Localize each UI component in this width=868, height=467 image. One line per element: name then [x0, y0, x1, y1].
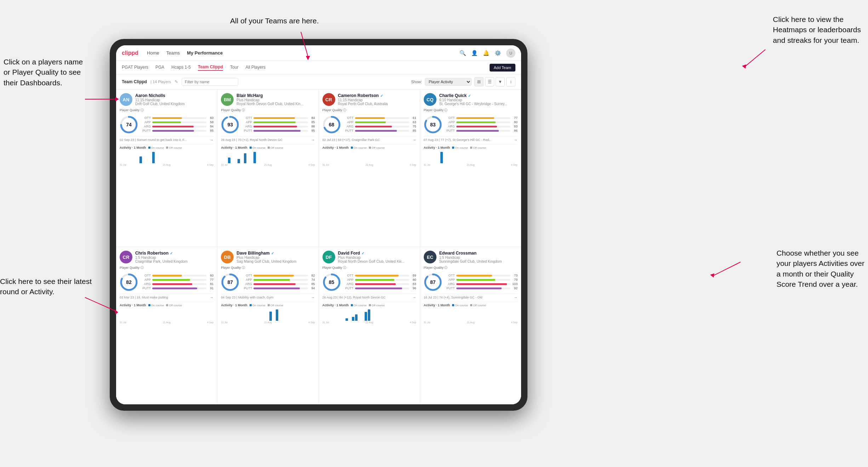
profile-icon[interactable]: 👤 [471, 50, 478, 56]
tab-tour[interactable]: Tour [230, 65, 238, 70]
mini-chart [424, 150, 518, 163]
player-name[interactable]: David Ford ✓ [338, 251, 416, 256]
player-name[interactable]: Charlie Quick ✓ [439, 93, 518, 98]
player-card[interactable]: EC Edward Crossman 1:5 Handicap Sunningd… [420, 247, 521, 404]
quality-section[interactable]: 93 OTT 84 APP 85 ARG [221, 115, 315, 134]
player-name[interactable]: Cameron Robertson ✓ [338, 93, 416, 98]
player-card[interactable]: DF David Ford ✓ Plus Handicap Royal Nort… [319, 247, 420, 404]
nav-teams[interactable]: Teams [166, 50, 180, 56]
donut-chart[interactable]: 82 [120, 273, 138, 291]
last-round[interactable]: 03 Mar 23 | 19, Must make putting → [120, 294, 213, 300]
stat-value: 61 [411, 116, 416, 120]
tab-hcaps[interactable]: Hcaps 1-5 [171, 65, 191, 70]
last-round[interactable]: 18 Jul 23 | 74 (+4), Sunningdale GC - Ol… [424, 294, 518, 300]
stat-label: APP [141, 120, 151, 124]
activity-section: Activity · 1 Month On course Off course … [322, 144, 416, 166]
brand-logo[interactable]: clippd [122, 50, 138, 56]
quality-section[interactable]: 68 OTT 61 APP 63 ARG [322, 115, 416, 134]
chart-label-mid: 21 Aug [467, 164, 475, 166]
bell-icon[interactable]: 🔔 [483, 50, 490, 56]
search-icon[interactable]: 🔍 [459, 50, 466, 56]
stat-label: APP [242, 278, 252, 281]
chart-label-end: 4 Sep [511, 321, 518, 324]
stat-value: 103 [512, 282, 518, 286]
player-name[interactable]: Aaron Nicholls [135, 93, 213, 98]
nav-home[interactable]: Home [147, 50, 159, 56]
chart-label-mid: 21 Aug [264, 164, 272, 166]
player-card[interactable]: DB Dave Billingham ✓ Plus Handicap Sag M… [217, 247, 318, 404]
last-round[interactable]: 02 Sep 23 | Sunset round to get back int… [120, 136, 213, 142]
last-round-arrow[interactable]: → [412, 138, 416, 142]
last-round[interactable]: 02 Jul 23 | 59 (+17), Craigmillar Park G… [322, 136, 416, 142]
donut-chart[interactable]: 74 [120, 115, 138, 134]
stat-row: APP 58 [141, 120, 213, 124]
show-select[interactable]: Player Activity Quality Score Trend [425, 78, 472, 86]
quality-label: Player Quality ⓘ [120, 108, 213, 113]
show-label: Show: [411, 80, 422, 84]
player-card[interactable]: CR Chris Robertson ✓ 1:5 Handicap Craigm… [116, 247, 217, 404]
player-card[interactable]: BM Blair McHarg Plus Handicap Royal Nort… [217, 90, 318, 247]
quality-section[interactable]: 82 OTT 60 APP 77 ARG [120, 273, 213, 291]
donut-chart[interactable]: 68 [322, 115, 341, 134]
donut-chart[interactable]: 83 [424, 115, 442, 134]
off-course-legend: Off course [268, 146, 284, 149]
grid-view-button[interactable]: ⊞ [474, 77, 484, 86]
player-card[interactable]: AN Aaron Nicholls 11:15 Handicap Drift G… [116, 90, 217, 247]
player-club: Craigmillar Park, United Kingdom [135, 260, 213, 263]
last-round-arrow[interactable]: → [514, 295, 518, 300]
svg-marker-21 [115, 97, 119, 101]
last-round[interactable]: 04 Sep 23 | Mobility with coach, Gym → [221, 294, 315, 300]
stat-bar [152, 126, 194, 127]
stat-bar-wrap [456, 117, 510, 119]
mini-chart [221, 308, 315, 321]
filter-button[interactable]: ▼ [496, 77, 505, 86]
sort-button[interactable]: ↕ [506, 77, 515, 86]
last-round-arrow[interactable]: → [412, 295, 416, 300]
tab-all-players[interactable]: All Players [245, 65, 265, 70]
stat-label: OTT [141, 274, 151, 277]
player-name[interactable]: Dave Billingham ✓ [236, 251, 315, 256]
last-round[interactable]: 26 Aug 23 | 84 (+12), Royal North Devon … [322, 294, 416, 300]
off-course-label: Off course [473, 304, 486, 307]
nav-my-performance[interactable]: My Performance [187, 50, 223, 56]
add-team-button[interactable]: Add Team [490, 64, 515, 72]
last-round-text: 02 Jul 23 | 59 (+17), Craigmillar Park G… [322, 138, 412, 142]
tab-pgat-players[interactable]: PGAT Players [122, 65, 148, 70]
player-handicap: 11:15 Handicap [338, 98, 416, 102]
quality-section[interactable]: 87 OTT 73 APP 79 ARG [424, 273, 518, 291]
settings-icon[interactable]: ⚙️ [495, 50, 501, 56]
stat-label: ARG [445, 125, 455, 128]
player-name[interactable]: Edward Crossman [439, 251, 518, 256]
donut-chart[interactable]: 87 [424, 273, 442, 291]
list-view-button[interactable]: ☰ [485, 77, 494, 86]
quality-section[interactable]: 87 OTT 82 APP 74 ARG [221, 273, 315, 291]
tab-pga[interactable]: PGA [155, 65, 164, 70]
player-name[interactable]: Blair McHarg [236, 93, 315, 98]
last-round-arrow[interactable]: → [311, 295, 315, 300]
stats-bars: OTT 89 APP 80 ARG 83 PU [344, 274, 416, 291]
tab-team-clippd[interactable]: Team Clippd [198, 64, 223, 71]
stat-label: OTT [344, 116, 354, 120]
chart-label-start: 31 Jul [322, 164, 329, 166]
donut-chart[interactable]: 87 [221, 273, 239, 291]
player-club: Sag Maing Golf Club, United Kingdom [236, 260, 315, 263]
quality-section[interactable]: 83 OTT 77 APP 80 ARG [424, 115, 518, 134]
last-round-arrow[interactable]: → [210, 138, 213, 142]
donut-chart[interactable]: 85 [322, 273, 341, 291]
user-avatar[interactable]: U [506, 49, 515, 58]
verified-badge: ✓ [468, 94, 471, 98]
last-round[interactable]: 26 Aug 23 | 73 (+1), Royal North Devon G… [221, 136, 315, 142]
quality-section[interactable]: 85 OTT 89 APP 80 ARG [322, 273, 416, 291]
last-round-arrow[interactable]: → [514, 138, 518, 142]
player-club: Royal North Devon Golf Club, United Kin.… [236, 102, 315, 106]
filter-input[interactable] [182, 78, 238, 86]
last-round-arrow[interactable]: → [210, 295, 213, 300]
player-name[interactable]: Chris Robertson ✓ [135, 251, 213, 256]
donut-chart[interactable]: 93 [221, 115, 239, 134]
player-card[interactable]: CQ Charlie Quick ✓ 6:10 Handicap St. Geo… [420, 90, 521, 247]
last-round-arrow[interactable]: → [311, 138, 315, 142]
player-card[interactable]: CR Cameron Robertson ✓ 11:15 Handicap Ro… [319, 90, 420, 247]
edit-icon[interactable]: ✎ [175, 79, 178, 84]
last-round[interactable]: 07 Aug 23 | 77 (+7), St George's Hill GC… [424, 136, 518, 142]
quality-section[interactable]: 74 OTT 60 APP 58 ARG [120, 115, 213, 134]
